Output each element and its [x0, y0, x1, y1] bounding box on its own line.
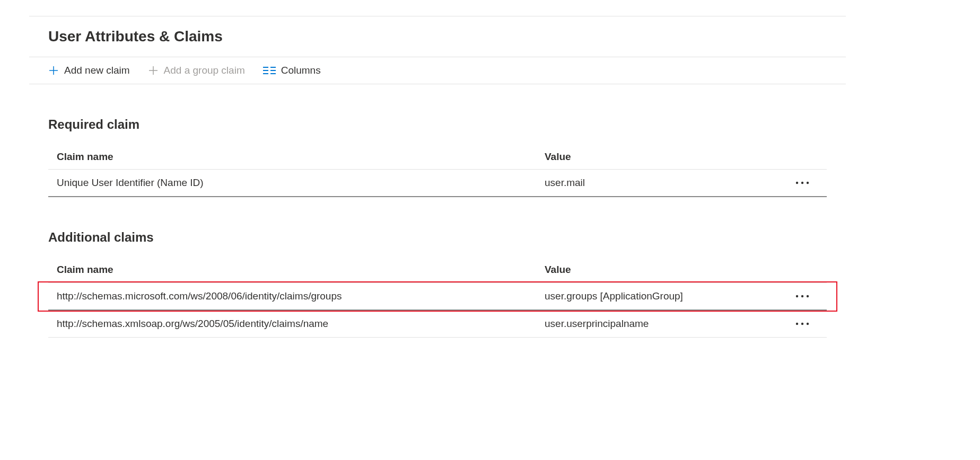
plus-icon: [148, 65, 159, 76]
add-new-claim-button[interactable]: Add new claim: [48, 65, 130, 76]
svg-point-18: [807, 323, 809, 325]
claim-name-cell: http://schemas.xmlsoap.org/ws/2005/05/id…: [57, 318, 545, 330]
columns-label: Columns: [281, 65, 321, 76]
claim-name-cell: Unique User Identifier (Name ID): [57, 177, 545, 189]
add-group-claim-label: Add a group claim: [164, 65, 245, 76]
add-new-claim-label: Add new claim: [64, 65, 130, 76]
more-icon[interactable]: [795, 322, 810, 326]
additional-claims-table: Claim name Value http://schemas.microsof…: [48, 258, 827, 338]
highlighted-row: http://schemas.microsoft.com/ws/2008/06/…: [38, 281, 837, 312]
additional-claims-title: Additional claims: [48, 230, 827, 245]
more-icon[interactable]: [795, 294, 810, 298]
svg-point-17: [801, 323, 803, 325]
header-claim-name: Claim name: [57, 264, 545, 276]
table-header: Claim name Value: [48, 258, 827, 282]
svg-point-12: [807, 182, 809, 184]
table-row[interactable]: Unique User Identifier (Name ID) user.ma…: [48, 170, 827, 197]
required-claim-table: Claim name Value Unique User Identifier …: [48, 145, 827, 197]
plus-icon: [48, 65, 59, 76]
more-icon[interactable]: [795, 181, 810, 185]
header-value: Value: [545, 264, 786, 276]
svg-point-15: [807, 295, 809, 297]
required-claim-title: Required claim: [48, 117, 827, 132]
claim-name-cell: http://schemas.microsoft.com/ws/2008/06/…: [57, 290, 545, 302]
page-title: User Attributes & Claims: [29, 16, 846, 57]
svg-point-14: [801, 295, 803, 297]
toolbar: Add new claim Add a group claim Columns: [29, 57, 846, 84]
header-claim-name: Claim name: [57, 151, 545, 163]
table-header: Claim name Value: [48, 145, 827, 170]
add-group-claim-button: Add a group claim: [148, 65, 245, 76]
columns-button[interactable]: Columns: [263, 65, 321, 76]
table-row[interactable]: http://schemas.xmlsoap.org/ws/2005/05/id…: [48, 311, 827, 338]
svg-point-16: [796, 323, 798, 325]
table-row[interactable]: http://schemas.microsoft.com/ws/2008/06/…: [48, 282, 827, 311]
header-value: Value: [545, 151, 786, 163]
claim-value-cell: user.userprincipalname: [545, 318, 786, 330]
columns-icon: [263, 66, 276, 75]
claim-value-cell: user.mail: [545, 177, 786, 189]
claim-value-cell: user.groups [ApplicationGroup]: [545, 290, 786, 302]
svg-point-13: [796, 295, 798, 297]
svg-point-11: [801, 182, 803, 184]
svg-point-10: [796, 182, 798, 184]
